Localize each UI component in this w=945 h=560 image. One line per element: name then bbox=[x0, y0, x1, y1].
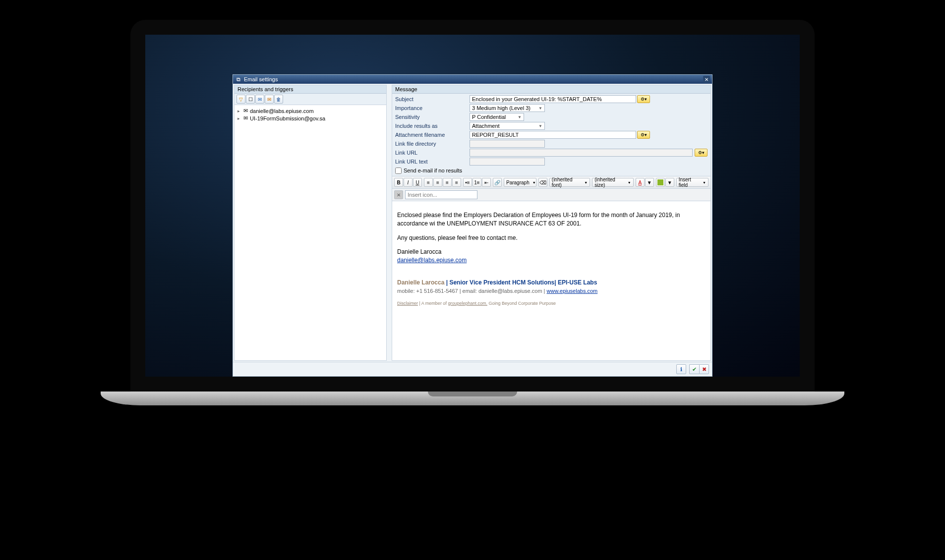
paragraph-select[interactable]: Paragraph ▼ bbox=[504, 178, 536, 187]
filter-icon[interactable]: ▽ bbox=[236, 95, 245, 104]
include-results-value: Attachment bbox=[472, 123, 500, 129]
bold-button[interactable]: B bbox=[394, 178, 403, 187]
envelope-icon: ✉ bbox=[243, 115, 248, 121]
eraser-button[interactable]: ⌫ bbox=[538, 178, 547, 187]
chevron-down-icon: ▼ bbox=[584, 181, 588, 184]
sig-web-link[interactable]: www.epiuselabs.com bbox=[547, 288, 598, 294]
link-dir-input[interactable] bbox=[470, 140, 545, 148]
delete-icon[interactable]: 🗑 bbox=[274, 95, 283, 104]
expand-icon[interactable]: ▸ bbox=[237, 109, 241, 113]
link-url-text-input[interactable] bbox=[470, 158, 545, 166]
editor-content[interactable]: Enclosed please find the Employers Decla… bbox=[392, 201, 710, 360]
chevron-down-icon: ▼ bbox=[538, 106, 542, 111]
include-results-select[interactable]: Attachment ▼ bbox=[470, 122, 545, 130]
disclaimer-line: Disclaimer | A member of groupelephant.c… bbox=[397, 300, 706, 307]
attach-filename-input[interactable] bbox=[470, 131, 636, 139]
recipients-panel: Recipients and triggers ▽ ☐ ✉ ✉ 🗑 ▸ ✉ bbox=[234, 85, 387, 361]
size-select[interactable]: (inherited size) ▼ bbox=[592, 178, 633, 187]
align-center-button[interactable]: ≡ bbox=[433, 178, 442, 187]
sig-company-sep: | bbox=[554, 279, 558, 286]
insert-field-button[interactable]: Insert field ▼ bbox=[676, 178, 709, 187]
font-select[interactable]: (inherited font) ▼ bbox=[549, 178, 590, 187]
importance-select[interactable]: 3 Medium high (Level 3) ▼ bbox=[470, 104, 545, 112]
text-color-button[interactable]: A bbox=[636, 178, 645, 187]
align-left-button[interactable]: ≡ bbox=[424, 178, 433, 187]
info-button[interactable]: ℹ bbox=[676, 364, 686, 374]
subject-input[interactable] bbox=[470, 95, 636, 103]
laptop-base bbox=[101, 392, 844, 405]
close-icon[interactable]: ✕ bbox=[703, 76, 710, 83]
email-settings-window: ⧉ Email settings ✕ Recipients and trigge… bbox=[233, 74, 712, 377]
sig-company: EPI-USE Labs bbox=[558, 279, 597, 286]
chevron-down-icon: ▼ bbox=[532, 181, 536, 184]
sig-title: Senior Vice President HCM Solutions bbox=[449, 279, 554, 286]
window-title: Email settings bbox=[242, 76, 703, 82]
envelope-add-icon[interactable]: ✉ bbox=[255, 95, 264, 104]
envelope-reply-icon[interactable]: ✉ bbox=[265, 95, 274, 104]
tree-item-label: UI-19FormSubmission@gov.sa bbox=[250, 115, 325, 121]
underline-button[interactable]: U bbox=[413, 178, 422, 187]
message-form: Subject ⚙▾ Importance 3 Medium high (Lev… bbox=[392, 94, 710, 176]
body-signer: Danielle Larocca bbox=[397, 248, 441, 255]
screen-frame: ⧉ Email settings ✕ Recipients and trigge… bbox=[130, 20, 815, 392]
footer-bar: ℹ ✔ ✖ bbox=[233, 362, 712, 376]
include-results-label: Include results as bbox=[395, 123, 470, 129]
expand-icon[interactable]: ▸ bbox=[237, 116, 241, 121]
recipients-header: Recipients and triggers bbox=[235, 85, 386, 94]
body-p1: Enclosed please find the Employers Decla… bbox=[397, 211, 706, 228]
insert-icon-input[interactable] bbox=[405, 190, 477, 199]
member-text: | A member of bbox=[418, 301, 448, 306]
disclaimer-link[interactable]: Disclaimer bbox=[397, 301, 418, 306]
sensitivity-value: P Confidential bbox=[472, 114, 506, 120]
link-button[interactable]: 🔗 bbox=[493, 178, 502, 187]
insert-field-label: Insert field bbox=[679, 177, 700, 188]
link-url-vars-button[interactable]: ⚙▾ bbox=[695, 149, 708, 157]
importance-label: Importance bbox=[395, 105, 470, 111]
importance-value: 3 Medium high (Level 3) bbox=[472, 105, 531, 111]
sig-sep: | bbox=[444, 279, 449, 286]
link-dir-label: Link file directory bbox=[395, 141, 470, 147]
window-body: Recipients and triggers ▽ ☐ ✉ ✉ 🗑 ▸ ✉ bbox=[233, 84, 712, 362]
italic-button[interactable]: I bbox=[404, 178, 413, 187]
link-url-text-label: Link URL text bbox=[395, 159, 470, 165]
align-right-button[interactable]: ≡ bbox=[443, 178, 452, 187]
new-item-icon[interactable]: ☐ bbox=[246, 95, 255, 104]
list-number-button[interactable]: 1≡ bbox=[472, 178, 481, 187]
link-url-input[interactable] bbox=[470, 149, 693, 157]
cancel-button[interactable]: ✖ bbox=[699, 364, 709, 374]
tree-item[interactable]: ▸ ✉ UI-19FormSubmission@gov.sa bbox=[236, 114, 384, 122]
text-color-menu[interactable]: ▼ bbox=[645, 178, 654, 187]
subject-vars-button[interactable]: ⚙▾ bbox=[637, 95, 650, 103]
subject-label: Subject bbox=[395, 96, 470, 102]
list-bullet-button[interactable]: •≡ bbox=[463, 178, 472, 187]
chevron-down-icon: ▼ bbox=[703, 181, 706, 184]
bg-color-menu[interactable]: ▼ bbox=[665, 178, 674, 187]
window-icon: ⧉ bbox=[235, 76, 242, 83]
chevron-down-icon: ▼ bbox=[628, 181, 631, 184]
icon-row: ✕ bbox=[392, 189, 710, 201]
desktop-wallpaper: ⧉ Email settings ✕ Recipients and trigge… bbox=[145, 35, 800, 377]
sensitivity-select[interactable]: P Confidential ▼ bbox=[470, 113, 524, 121]
tagline: Going Beyond Corporate Purpose bbox=[487, 301, 556, 306]
attach-vars-button[interactable]: ⚙▾ bbox=[637, 131, 650, 139]
attach-filename-label: Attachment filename bbox=[395, 132, 470, 138]
chevron-down-icon: ▼ bbox=[538, 124, 542, 128]
member-link[interactable]: groupelephant.com. bbox=[448, 301, 487, 306]
sensitivity-label: Sensitivity bbox=[395, 114, 470, 120]
send-if-no-label: Send e-mail if no results bbox=[404, 168, 462, 173]
titlebar: ⧉ Email settings ✕ bbox=[233, 75, 712, 84]
clear-icon[interactable]: ✕ bbox=[394, 190, 403, 199]
body-p2: Any questions, please feel free to conta… bbox=[397, 234, 706, 242]
send-if-no-checkbox[interactable] bbox=[395, 168, 402, 174]
bg-color-button[interactable] bbox=[656, 178, 665, 187]
outdent-button[interactable]: ⇤ bbox=[482, 178, 491, 187]
align-justify-button[interactable]: ≡ bbox=[452, 178, 461, 187]
tree-item[interactable]: ▸ ✉ danielle@labs.epiuse.com bbox=[236, 107, 384, 114]
sig-name: Danielle Larocca bbox=[397, 279, 444, 286]
ok-button[interactable]: ✔ bbox=[689, 364, 699, 374]
signer-email-link[interactable]: danielle@labs.epiuse.com bbox=[397, 257, 467, 264]
laptop-mockup: ⧉ Email settings ✕ Recipients and trigge… bbox=[130, 20, 815, 405]
chevron-down-icon: ▼ bbox=[518, 115, 522, 119]
size-label: (inherited size) bbox=[594, 177, 625, 188]
tree-item-label: danielle@labs.epiuse.com bbox=[250, 108, 314, 114]
